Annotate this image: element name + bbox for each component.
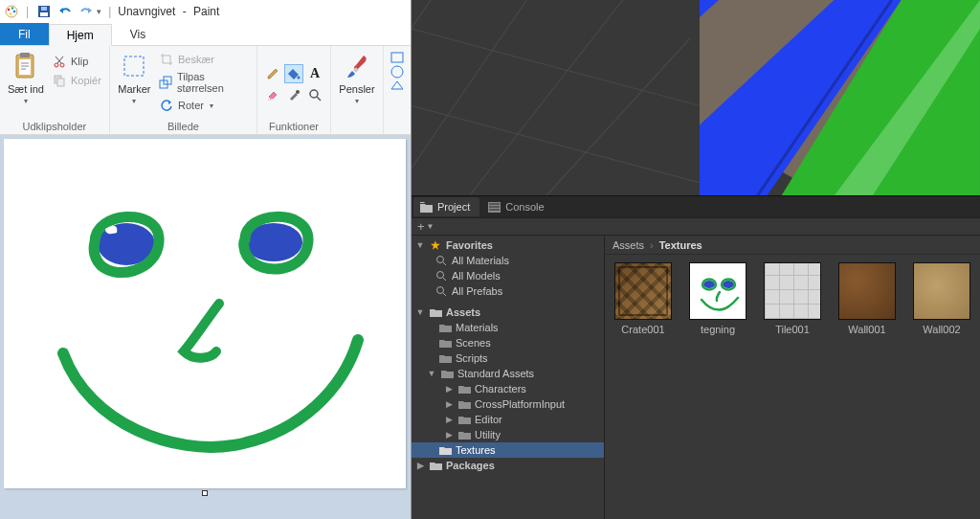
tab-console[interactable]: Console [481,197,553,216]
arrow-right-icon: ▶ [415,461,425,470]
svg-point-1 [8,9,11,11]
crop-icon [159,52,174,67]
ribbon-overflow [384,46,411,134]
folder-label: Scripts [456,352,488,364]
arrow-down-icon: ▼ [427,369,436,378]
scene-view[interactable] [412,0,980,195]
project-content: Assets › Textures Crate001tegningTile001… [605,236,980,519]
packages-header[interactable]: ▶ Packages [412,458,604,473]
arrow-right-icon: ▶ [444,399,454,409]
asset-tegning[interactable]: tegning [687,262,748,335]
paint-title-dash: - [179,5,189,18]
svg-rect-7 [41,7,47,11]
pencil-tool[interactable] [263,64,282,83]
fill-tool[interactable] [284,64,303,83]
titlebar-sep-2: | [108,5,111,18]
svg-point-24 [391,66,403,78]
folder-standard-assets[interactable]: ▼ Standard Assets [412,366,604,381]
crop-button[interactable]: Beskær [157,51,251,68]
paste-button[interactable]: Sæt ind ▾ [6,49,46,105]
folder-icon [457,397,471,411]
svg-line-50 [443,293,446,296]
tab-home[interactable]: Hjem [49,24,112,46]
svg-point-47 [437,272,444,279]
create-button[interactable]: + ▼ [417,219,434,234]
undo-icon[interactable] [56,3,74,20]
folder-scenes[interactable]: Scenes [412,335,604,350]
svg-point-49 [437,287,444,294]
folder-scripts[interactable]: Scripts [412,350,604,366]
image-group-label: Billede [116,120,251,133]
folder-editor[interactable]: ▶ Editor [412,412,604,427]
folder-utility[interactable]: ▶ Utility [412,427,604,442]
crop-label: Beskær [178,54,214,65]
tab-project[interactable]: Project [413,197,479,216]
tab-home-label: Hjem [67,29,94,42]
drawing-canvas[interactable] [4,139,406,488]
qat-dropdown-icon[interactable]: ▾ [97,7,101,16]
folder-materials[interactable]: Materials [412,320,604,335]
scene-content [412,0,980,195]
folder-icon [457,428,471,441]
project-panel: ▼ ★ Favorites All Materials All Models A… [412,236,980,519]
rotate-button[interactable]: Roter ▾ [157,97,251,114]
fav-item-label: All Materials [452,255,509,266]
assets-header[interactable]: ▼ Assets [412,305,604,320]
asset-tile001[interactable]: Tile001 [762,262,823,335]
folder-icon [429,305,442,319]
color-picker-tool[interactable] [284,85,303,104]
brushes-button[interactable]: Pensler ▾ [337,49,377,105]
svg-rect-44 [489,209,500,211]
project-tree[interactable]: ▼ ★ Favorites All Materials All Models A… [412,236,605,519]
select-button[interactable]: Marker ▾ [116,49,153,105]
tab-project-label: Project [437,201,470,213]
resize-handle-bottom[interactable] [202,490,208,496]
eraser-tool[interactable] [263,85,282,104]
canvas-area [0,135,411,519]
text-tool[interactable]: A [305,64,324,83]
folder-icon [438,351,452,365]
asset-name: Wall002 [911,324,972,335]
tab-file[interactable]: Fil [0,23,49,45]
folder-label: Characters [475,383,526,395]
redo-icon[interactable] [78,3,95,20]
select-icon [119,51,149,81]
folder-label: Standard Assets [457,368,534,379]
folder-crossplatforminput[interactable]: ▶ CrossPlatformInput [412,396,604,412]
breadcrumb-textures[interactable]: Textures [659,239,702,251]
favorites-header[interactable]: ▼ ★ Favorites [412,237,604,253]
plus-icon: + [417,219,425,234]
breadcrumb: Assets › Textures [605,236,980,255]
svg-line-48 [443,278,446,281]
brushes-group-label [337,120,377,133]
svg-point-51 [703,281,715,288]
folder-icon [457,382,471,395]
tools-grid: A [263,64,324,104]
favorite-all-models[interactable]: All Models [412,268,604,283]
folder-characters[interactable]: ▶ Characters [412,381,604,396]
magnifier-tool[interactable] [305,85,324,104]
svg-point-45 [437,257,444,263]
tab-view[interactable]: Vis [112,23,164,45]
save-icon[interactable] [35,3,53,20]
svg-rect-42 [489,203,500,205]
svg-rect-10 [19,59,31,75]
svg-point-18 [298,77,301,79]
cut-button[interactable]: Klip [50,53,103,70]
asset-crate001[interactable]: Crate001 [612,262,674,335]
favorite-all-materials[interactable]: All Materials [412,253,604,268]
packages-label: Packages [446,460,495,471]
asset-wall002[interactable]: Wall002 [911,262,972,335]
asset-grid[interactable]: Crate001tegningTile001Wall001Wall002 [605,255,980,519]
resize-button[interactable]: Tilpas størrelsen [157,70,251,95]
svg-rect-23 [391,53,403,62]
favorite-all-prefabs[interactable]: All Prefabs [412,283,604,299]
copy-button[interactable]: Kopiér [50,72,103,89]
breadcrumb-chevron-icon: › [650,239,654,251]
breadcrumb-assets[interactable]: Assets [612,239,644,251]
ribbon-group-brushes: Pensler ▾ [331,46,384,134]
drawing-content [4,139,406,488]
asset-wall001[interactable]: Wall001 [836,262,898,335]
folder-textures[interactable]: Textures [412,442,604,458]
paint-titlebar: | ▾ | Unavngivet - Paint [0,0,411,23]
